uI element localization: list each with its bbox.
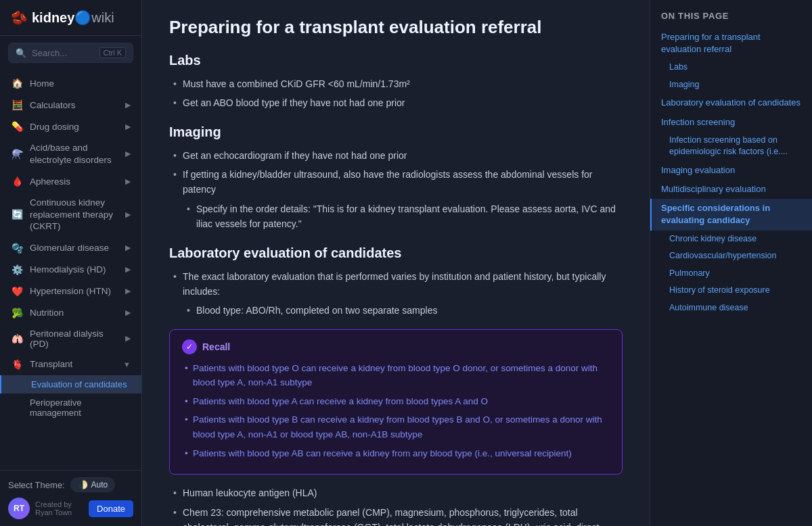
theme-value: Auto	[91, 480, 108, 489]
nav-items: 🏠 Home 🧮 Calculators ▶ 💊 Drug dosing ▶ ⚗…	[0, 70, 141, 470]
imaging-list: Get an echocardiogram if they have not h…	[169, 148, 623, 232]
sidebar-item-calculators[interactable]: 🧮 Calculators ▶	[0, 94, 141, 116]
chevron-right-icon-4: ▶	[125, 177, 131, 186]
drug-icon: 💊	[11, 120, 23, 133]
toc-pulmonary[interactable]: Pulmonary	[650, 265, 812, 283]
toc-imaging-eval[interactable]: Imaging evaluation	[650, 161, 812, 180]
page-title: Preparing for a transplant evaluation re…	[169, 16, 623, 39]
toc-infection[interactable]: Infection screening	[650, 113, 812, 132]
search-bar[interactable]: 🔍 Search... Ctrl K	[8, 43, 133, 63]
sidebar-footer: Select Theme: 🌓 Auto RT Created by Ryan …	[0, 470, 141, 526]
home-icon: 🏠	[11, 77, 23, 89]
lab-eval-list: The exact laboratory evaluation that is …	[169, 269, 623, 318]
sidebar-item-acid-label: Acid/base and electrolyte disorders	[30, 142, 118, 166]
user-info: Created by Ryan Town	[35, 500, 83, 517]
sidebar-item-eval-label: Evaluation of candidates	[31, 379, 127, 389]
toc-ckd[interactable]: Chronic kidney disease	[650, 231, 812, 248]
acid-icon: ⚗️	[11, 148, 23, 160]
search-icon: 🔍	[16, 48, 26, 58]
sidebar-item-transplant[interactable]: 🫀 Transplant ▼	[0, 354, 141, 375]
more-labs-list: Human leukocyte antigen (HLA) Chem 23: c…	[169, 485, 623, 526]
chevron-down-icon: ▼	[123, 360, 131, 368]
hemodialysis-icon: ⚙️	[11, 264, 23, 276]
toc-steroid[interactable]: History of steroid exposure	[650, 282, 812, 300]
sidebar-item-eval-candidates[interactable]: Evaluation of candidates	[0, 375, 141, 393]
toc-specific[interactable]: Specific considerations in evaluating ca…	[650, 199, 812, 230]
recall-header: ✓ Recall	[182, 339, 610, 354]
list-item: Get an echocardiogram if they have not h…	[169, 148, 623, 163]
chevron-right-icon-7: ▶	[125, 265, 131, 274]
search-shortcut: Ctrl K	[99, 47, 127, 58]
user-row: RT Created by Ryan Town Donate	[8, 498, 133, 519]
created-by-label: Created by Ryan Town	[35, 500, 83, 517]
toc-heading: On this page	[650, 11, 812, 28]
sidebar-item-acid-base[interactable]: ⚗️ Acid/base and electrolyte disorders ▶	[0, 137, 141, 170]
sidebar-item-ckrt-label: Continuous kidney replacement therapy (C…	[30, 197, 118, 233]
list-item: Patients with blood type O can receive a…	[182, 361, 610, 390]
logo: 🫘 kidney🔵wiki	[0, 0, 141, 36]
ckrt-icon: 🔄	[11, 208, 23, 220]
list-item: Must have a combined CKiD GFR <60 mL/min…	[169, 76, 623, 91]
toc-multidisciplinary[interactable]: Multidisciplinary evaluation	[650, 180, 812, 199]
apheresis-icon: 🩸	[11, 175, 23, 187]
sidebar-item-nutrition-label: Nutrition	[30, 308, 64, 318]
toc-labs[interactable]: Labs	[650, 59, 812, 76]
theme-label: Select Theme:	[8, 480, 65, 490]
sidebar-item-ckrt[interactable]: 🔄 Continuous kidney replacement therapy …	[0, 192, 141, 237]
sidebar-item-drug-dosing[interactable]: 💊 Drug dosing ▶	[0, 116, 141, 137]
toc-imaging[interactable]: Imaging	[650, 76, 812, 94]
calculators-icon: 🧮	[11, 99, 23, 111]
chevron-right-icon-5: ▶	[125, 210, 131, 219]
labs-list: Must have a combined CKiD GFR <60 mL/min…	[169, 76, 623, 111]
sidebar-item-periop[interactable]: Perioperative management	[0, 393, 141, 422]
imaging-heading: Imaging	[169, 124, 623, 140]
sidebar-item-peritoneal-label: Peritoneal dialysis (PD)	[30, 329, 118, 349]
list-item: Patients with blood type A can receive a…	[182, 394, 610, 409]
toc-preparing[interactable]: Preparing for a transplant evaluation re…	[650, 28, 812, 59]
list-item: Specify in the order details: "This is f…	[169, 201, 623, 232]
chevron-right-icon: ▶	[125, 101, 131, 110]
sidebar-item-drug-label: Drug dosing	[30, 122, 79, 132]
theme-toggle[interactable]: 🌓 Auto	[70, 477, 116, 492]
sidebar-item-hemodialysis[interactable]: ⚙️ Hemodialysis (HD) ▶	[0, 259, 141, 281]
auto-theme-icon: 🌓	[78, 480, 88, 489]
sidebar-item-apheresis-label: Apheresis	[30, 176, 70, 187]
list-item: Chem 23: comprehensive metabolic panel (…	[169, 505, 623, 526]
sidebar-item-calculators-label: Calculators	[30, 100, 76, 110]
recall-icon: ✓	[182, 339, 197, 354]
toc-lab-eval[interactable]: Laboratory evaluation of candidates	[650, 93, 812, 112]
sidebar-item-transplant-label: Transplant	[30, 359, 72, 369]
sidebar-item-glomerular[interactable]: 🫧 Glomerular disease ▶	[0, 237, 141, 259]
recall-title: Recall	[202, 341, 230, 352]
chevron-right-icon-10: ▶	[125, 334, 131, 343]
chevron-right-icon-3: ▶	[125, 149, 131, 158]
theme-selector: Select Theme: 🌓 Auto	[8, 477, 133, 492]
chevron-right-icon-2: ▶	[125, 122, 131, 131]
peritoneal-icon: 🫁	[11, 333, 23, 345]
main-content: Preparing for a transplant evaluation re…	[142, 0, 650, 526]
sidebar-item-home[interactable]: 🏠 Home	[0, 72, 141, 94]
toc-panel: On this page Preparing for a transplant …	[650, 0, 812, 526]
sidebar-item-hemodialysis-label: Hemodialysis (HD)	[30, 264, 106, 274]
list-item: Patients with blood type B can receive a…	[182, 412, 610, 441]
transplant-icon: 🫀	[11, 358, 23, 370]
sidebar-item-glomerular-label: Glomerular disease	[30, 243, 109, 253]
list-item: Blood type: ABO/Rh, completed on two sep…	[169, 303, 623, 318]
sidebar-item-periop-label: Perioperative management	[30, 398, 131, 418]
search-placeholder: Search...	[32, 48, 94, 58]
logo-text: kidney🔵wiki	[32, 9, 114, 26]
sidebar-item-home-label: Home	[30, 78, 54, 89]
sidebar-item-apheresis[interactable]: 🩸 Apheresis ▶	[0, 170, 141, 192]
toc-infection-sub[interactable]: Infection screening based on epidemiolog…	[650, 132, 812, 161]
donate-button[interactable]: Donate	[89, 500, 133, 517]
toc-cardio[interactable]: Cardiovascular/hypertension	[650, 247, 812, 265]
sidebar-item-hypertension-label: Hypertension (HTN)	[30, 286, 111, 296]
toc-autoimmune[interactable]: Autoimmune disease	[650, 300, 812, 317]
sidebar-item-peritoneal[interactable]: 🫁 Peritoneal dialysis (PD) ▶	[0, 324, 141, 354]
list-item: If getting a kidney/bladder ultrasound, …	[169, 167, 623, 197]
chevron-right-icon-8: ▶	[125, 287, 131, 295]
sidebar: 🫘 kidney🔵wiki 🔍 Search... Ctrl K 🏠 Home …	[0, 0, 142, 526]
sidebar-item-hypertension[interactable]: ❤️ Hypertension (HTN) ▶	[0, 281, 141, 302]
chevron-right-icon-9: ▶	[125, 308, 131, 317]
sidebar-item-nutrition[interactable]: 🥦 Nutrition ▶	[0, 302, 141, 324]
